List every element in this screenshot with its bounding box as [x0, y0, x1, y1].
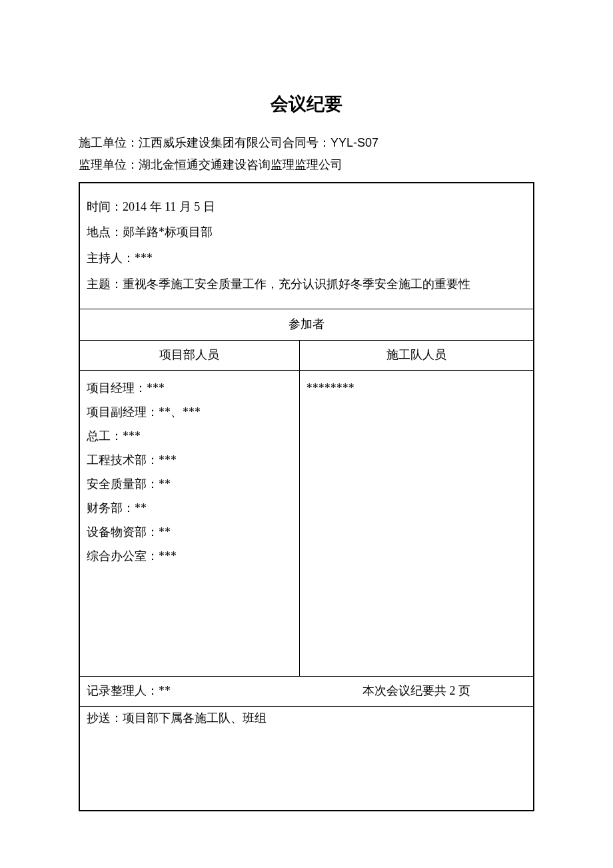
- participants-section-title: 参加者: [80, 309, 533, 341]
- list-item: 项目经理：***: [87, 376, 293, 400]
- list-item: 综合办公室：***: [87, 544, 293, 568]
- list-item: 财务部：**: [87, 496, 293, 520]
- project-dept-header: 项目部人员: [80, 341, 300, 370]
- meeting-time: 时间：2014 年 11 月 5 日: [87, 194, 526, 220]
- meeting-meta: 时间：2014 年 11 月 5 日 地点：郧羊路*标项目部 主持人：*** 主…: [80, 183, 533, 310]
- document-page: 会议纪要 施工单位：江西威乐建设集团有限公司合同号：YYL-S07 监理单位：湖…: [0, 0, 613, 811]
- meeting-host: 主持人：***: [87, 245, 526, 271]
- construction-team-header: 施工队人员: [300, 341, 533, 370]
- list-item: 安全质量部：**: [87, 472, 293, 496]
- meeting-topic: 主题：重视冬季施工安全质量工作，充分认识抓好冬季安全施工的重要性: [87, 271, 526, 297]
- list-item: 工程技术部：***: [87, 448, 293, 472]
- header-supervision-unit: 监理单位：湖北金恒通交通建设咨询监理监理公司: [79, 154, 534, 176]
- recorder-name: 记录整理人：**: [80, 677, 300, 706]
- header-construction-unit: 施工单位：江西威乐建设集团有限公司合同号：YYL-S07: [79, 132, 534, 154]
- list-item: 设备物资部：**: [87, 520, 293, 544]
- document-title: 会议纪要: [79, 92, 534, 116]
- list-item: 总工：***: [87, 424, 293, 448]
- participants-column-headers: 项目部人员 施工队人员: [80, 341, 533, 371]
- meeting-place: 地点：郧羊路*标项目部: [87, 219, 526, 245]
- cc-row: 抄送：项目部下属各施工队、班组: [80, 707, 533, 810]
- list-item: 项目副经理：**、***: [87, 400, 293, 424]
- recorder-row: 记录整理人：** 本次会议纪要共 2 页: [80, 677, 533, 707]
- project-dept-list: 项目经理：*** 项目副经理：**、*** 总工：*** 工程技术部：*** 安…: [80, 371, 300, 676]
- list-item: ********: [306, 376, 526, 400]
- construction-team-list: ********: [300, 371, 533, 676]
- minutes-table: 时间：2014 年 11 月 5 日 地点：郧羊路*标项目部 主持人：*** 主…: [79, 182, 534, 812]
- page-count: 本次会议纪要共 2 页: [300, 677, 533, 706]
- participants-body: 项目经理：*** 项目副经理：**、*** 总工：*** 工程技术部：*** 安…: [80, 371, 533, 677]
